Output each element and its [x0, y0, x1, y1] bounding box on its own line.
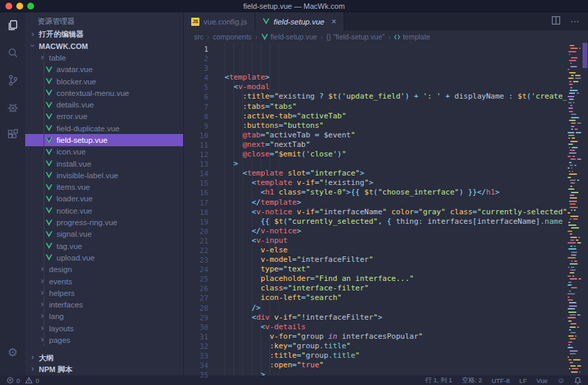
- search-icon[interactable]: [0, 39, 25, 67]
- npm-scripts-section[interactable]: › NPM 脚本: [25, 364, 183, 375]
- cursor-position[interactable]: 行 1, 列 1: [425, 376, 453, 385]
- tree-item-table[interactable]: ›table: [25, 52, 183, 63]
- tree-item-design[interactable]: ›design: [25, 264, 183, 275]
- code-line-3[interactable]: :title="existing ? $t('update_field') + …: [215, 92, 567, 101]
- breadcrumb-item[interactable]: {} "field-setup.vue": [327, 33, 385, 41]
- breadcrumb-item[interactable]: src: [194, 33, 203, 41]
- tree-item-helpers[interactable]: ›helpers: [25, 287, 183, 299]
- code-line-21[interactable]: type="text": [215, 265, 567, 274]
- code-line-5[interactable]: :active-tab="activeTab": [215, 112, 567, 121]
- code-line-8[interactable]: @next="nextTab": [215, 140, 567, 150]
- feedback-smiley-icon[interactable]: ☺: [557, 377, 565, 384]
- code-line-15[interactable]: <v-notice v-if="interfaceName" color="gr…: [215, 207, 567, 217]
- code-area[interactable]: <template> <v-modal :title="existing ? $…: [215, 43, 567, 375]
- tree-item-avatar.vue[interactable]: avatar.vue: [25, 64, 183, 76]
- eol[interactable]: LF: [519, 377, 527, 384]
- code-line-12[interactable]: <template v-if="!existing">: [215, 178, 567, 188]
- tree-item-layouts[interactable]: ›layouts: [25, 322, 183, 334]
- tree-item-field-setup.vue[interactable]: field-setup.vue: [25, 134, 183, 146]
- split-editor-icon[interactable]: [551, 16, 561, 28]
- line-number: 11: [184, 140, 208, 150]
- tree-item-notice.vue[interactable]: notice.vue: [25, 205, 183, 216]
- tree-item-blocker.vue[interactable]: blocker.vue: [25, 76, 183, 87]
- line-number: 34: [184, 361, 208, 370]
- breadcrumb-item[interactable]: field-setup.vue: [261, 33, 317, 41]
- close-icon[interactable]: ×: [331, 17, 337, 26]
- tree-item-interfaces[interactable]: ›interfaces: [25, 299, 183, 311]
- code-line-11[interactable]: <template slot="interface">: [215, 169, 567, 178]
- code-line-18[interactable]: <v-input: [215, 236, 567, 246]
- tab-field-setup.vue[interactable]: field-setup.vue×: [255, 12, 344, 31]
- code-line-31[interactable]: :open="true": [215, 361, 567, 370]
- code-line-20[interactable]: v-model="interfaceFilter": [215, 255, 567, 265]
- breadcrumb-item[interactable]: components: [213, 33, 252, 41]
- tree-item-error.vue[interactable]: error.vue: [25, 111, 183, 122]
- code-line-22[interactable]: placeholder="Find an interface...": [215, 274, 567, 284]
- npm-scripts-label: NPM 脚本: [39, 365, 73, 375]
- code-line-27[interactable]: <v-details: [215, 322, 567, 332]
- tree-item-install.vue[interactable]: install.vue: [25, 158, 183, 169]
- code-line-28[interactable]: v-for="group in interfacesPopular": [215, 332, 567, 341]
- workspace-section[interactable]: › MACWK.COM: [25, 40, 183, 52]
- vue-file-icon: [46, 243, 52, 249]
- tree-item-progress-ring.vue[interactable]: progress-ring.vue: [25, 216, 183, 228]
- tab-vue.config.js[interactable]: JSvue.config.js: [184, 12, 255, 31]
- code-line-30[interactable]: :title="group.title": [215, 351, 567, 361]
- errors-icon[interactable]: [7, 377, 14, 384]
- code-line-13[interactable]: <h1 class="style-0">{{ $t("choose_interf…: [215, 188, 567, 197]
- tree-item-details.vue[interactable]: details.vue: [25, 99, 183, 110]
- tree-item-tag.vue[interactable]: tag.vue: [25, 240, 183, 252]
- code-line-29[interactable]: :key="group.title": [215, 341, 567, 351]
- vertical-scrollbar[interactable]: [582, 43, 588, 375]
- breadcrumb-item[interactable]: template: [394, 33, 430, 41]
- code-line-2[interactable]: <v-modal: [215, 82, 567, 92]
- scrollbar-slider[interactable]: [583, 43, 587, 68]
- tree-item-contextual-menu.vue[interactable]: contextual-menu.vue: [25, 87, 183, 99]
- code-line-10[interactable]: >: [215, 159, 567, 169]
- settings-gear-icon[interactable]: ⚙: [0, 339, 25, 366]
- encoding[interactable]: UTF-8: [491, 377, 510, 384]
- outline-section[interactable]: › 大纲: [25, 352, 183, 364]
- explorer-icon[interactable]: [0, 12, 25, 39]
- indentation[interactable]: 空格: 2: [462, 376, 483, 385]
- tree-item-upload.vue[interactable]: upload.vue: [25, 252, 183, 263]
- tree-item-signal.vue[interactable]: signal.vue: [25, 229, 183, 240]
- code-line-14[interactable]: </template>: [215, 198, 567, 207]
- debug-icon[interactable]: [0, 94, 25, 121]
- tree-item-loader.vue[interactable]: loader.vue: [25, 193, 183, 205]
- code-line-19[interactable]: v-else: [215, 246, 567, 255]
- minimap[interactable]: [567, 43, 582, 375]
- editor[interactable]: 1234567891011121314151617181920212223242…: [184, 43, 588, 375]
- language-mode[interactable]: Vue: [536, 377, 548, 384]
- code-line-32[interactable]: >: [215, 370, 567, 375]
- zoom-window-button[interactable]: [27, 3, 34, 10]
- tree-item-pages[interactable]: ›pages: [25, 334, 183, 346]
- code-line-17[interactable]: </v-notice>: [215, 227, 567, 236]
- notifications-bell-icon[interactable]: [574, 377, 581, 384]
- code-line-25[interactable]: />: [215, 303, 567, 313]
- tree-item-events[interactable]: ›events: [25, 275, 183, 287]
- code-line-9[interactable]: @close="$emit('close')": [215, 150, 567, 159]
- tree-item-invisible-label.vue[interactable]: invisible-label.vue: [25, 169, 183, 181]
- tree-item-lang[interactable]: ›lang: [25, 311, 183, 322]
- more-actions-icon[interactable]: ⋯: [570, 17, 580, 26]
- code-line-24[interactable]: icon-left="search": [215, 293, 567, 303]
- minimize-window-button[interactable]: [16, 3, 23, 10]
- code-line-6[interactable]: :buttons="buttons": [215, 121, 567, 131]
- extensions-icon[interactable]: [0, 121, 25, 148]
- code-line-26[interactable]: <div v-if="!interfaceFilter">: [215, 313, 567, 322]
- warnings-icon[interactable]: [25, 377, 33, 384]
- close-window-button[interactable]: [5, 3, 12, 10]
- tree-item-field-duplicate.vue[interactable]: field-duplicate.vue: [25, 122, 183, 134]
- line-number: 12: [184, 150, 208, 159]
- open-editors-section[interactable]: › 打开的编辑器: [25, 29, 183, 40]
- code-line-4[interactable]: :tabs="tabs": [215, 102, 567, 112]
- line-number: 26: [184, 284, 208, 293]
- tree-item-items.vue[interactable]: items.vue: [25, 182, 183, 193]
- code-line-23[interactable]: class="interface-filter": [215, 284, 567, 293]
- source-control-icon[interactable]: [0, 67, 25, 94]
- code-line-1[interactable]: <template>: [215, 73, 567, 82]
- code-line-7[interactable]: @tab="activeTab = $event": [215, 131, 567, 140]
- tree-item-icon.vue[interactable]: icon.vue: [25, 146, 183, 158]
- code-line-16[interactable]: {{ $t("currently_selected", { thing: int…: [215, 217, 567, 227]
